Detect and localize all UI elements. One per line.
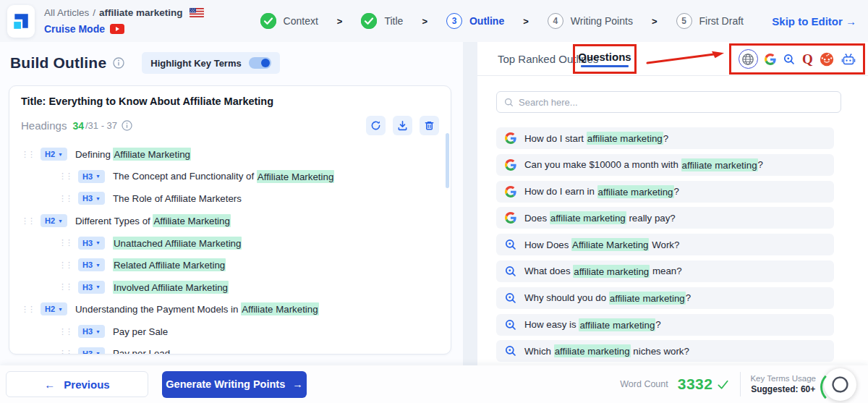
question-row[interactable]: Does affiliate marketing really pay? — [496, 207, 834, 229]
heading-level-dropdown[interactable]: H2▼ — [41, 302, 67, 315]
heading-level-dropdown[interactable]: H3▼ — [78, 347, 105, 355]
key-term-highlight: affiliate marketing — [681, 158, 758, 171]
text-segment: ? — [655, 319, 660, 330]
skip-to-editor-link[interactable]: Skip to Editor → — [772, 15, 856, 27]
heading-level-dropdown[interactable]: H3▼ — [78, 237, 105, 250]
chevron-separator-icon: > — [523, 16, 529, 27]
chevron-separator-icon: > — [422, 16, 427, 27]
key-term-highlight: affiliate marketing — [597, 185, 674, 198]
drag-handle-icon[interactable]: ⋮⋮ — [21, 216, 34, 226]
quora-icon[interactable]: Q — [802, 52, 813, 66]
text-segment: ? — [674, 186, 679, 197]
google-icon — [505, 159, 516, 171]
google-icon — [505, 186, 516, 198]
heading-level-dropdown[interactable]: H3▼ — [78, 192, 105, 205]
info-icon[interactable] — [122, 120, 132, 131]
generate-writing-points-button[interactable]: Generate Writing Points → — [162, 371, 307, 398]
heading-level-label: H2 — [45, 150, 55, 158]
regenerate-outline-button[interactable] — [366, 116, 386, 135]
google-icon[interactable] — [765, 54, 776, 65]
question-row[interactable]: Can you make $10000 a month with affilia… — [496, 154, 834, 176]
web-globe-icon[interactable] — [739, 49, 758, 69]
drag-handle-icon[interactable]: ⋮⋮ — [59, 327, 72, 336]
breadcrumb: All Articles / affiliate marketing Cruis… — [44, 6, 204, 36]
question-row[interactable]: Why should you do affiliate marketing? — [496, 287, 834, 309]
headings-range: /31 - 37 — [85, 120, 117, 131]
download-icon — [397, 120, 408, 131]
drag-handle-icon[interactable]: ⋮⋮ — [21, 305, 34, 314]
youtube-icon[interactable] — [110, 24, 124, 34]
reddit-icon[interactable] — [820, 52, 834, 67]
question-row[interactable]: How easy is affiliate marketing? — [496, 314, 834, 336]
outline-row[interactable]: ⋮⋮H3▼Involved Affiliate Marketing — [21, 276, 439, 299]
highlight-key-terms-toggle[interactable] — [249, 57, 271, 69]
drag-handle-icon[interactable]: ⋮⋮ — [59, 194, 72, 203]
outline-row[interactable]: ⋮⋮H2▼Defining Affiliate Marketing — [21, 143, 439, 166]
question-row[interactable]: How do I earn in affiliate marketing? — [496, 181, 834, 203]
text-segment: Pay per Sale — [113, 326, 168, 337]
question-text: How do I start affiliate marketing? — [524, 133, 668, 144]
app-logo[interactable] — [7, 5, 35, 38]
question-text: Can you make $10000 a month with affilia… — [524, 159, 763, 170]
tab-questions[interactable]: Questions — [578, 51, 631, 63]
drag-handle-icon[interactable]: ⋮⋮ — [59, 282, 72, 292]
active-tab-underline — [581, 65, 629, 68]
outline-heading-text: Pay per Lead — [113, 348, 170, 355]
heading-level-dropdown[interactable]: H3▼ — [78, 325, 105, 338]
outline-row[interactable]: ⋮⋮H3▼Pay per Sale — [21, 321, 439, 343]
heading-level-dropdown[interactable]: H3▼ — [78, 281, 105, 294]
questions-search[interactable] — [496, 91, 841, 113]
delete-outline-button[interactable] — [420, 116, 439, 135]
outline-row[interactable]: ⋮⋮H3▼Unattached Affiliate Marketing — [21, 232, 439, 254]
info-icon[interactable] — [113, 57, 124, 69]
outline-row[interactable]: ⋮⋮H3▼Related Affiliate Marketing — [21, 254, 439, 276]
chevron-separator-icon: > — [652, 16, 658, 27]
download-outline-button[interactable] — [393, 116, 412, 135]
previous-button[interactable]: ← Previous — [6, 371, 148, 397]
quora-q-glyph: Q — [802, 52, 813, 66]
search-zoom-icon[interactable] — [783, 54, 795, 65]
outline-row[interactable]: ⋮⋮H3▼Pay per Lead — [21, 342, 439, 355]
heading-level-dropdown[interactable]: H2▼ — [41, 148, 67, 161]
search-zoom-icon — [505, 319, 516, 331]
outline-row[interactable]: ⋮⋮H2▼Understanding the Payment Models in… — [21, 298, 439, 321]
step-writing-points[interactable]: 4Writing Points — [548, 13, 633, 29]
step-context[interactable]: Context — [260, 13, 318, 29]
step-label: First Draft — [699, 15, 744, 27]
chevron-down-icon: ▼ — [58, 307, 63, 312]
drag-handle-icon[interactable]: ⋮⋮ — [59, 171, 72, 181]
outline-row[interactable]: ⋮⋮H3▼The Role of Affiliate Marketers — [21, 187, 439, 210]
search-input[interactable] — [519, 97, 833, 108]
outline-row[interactable]: ⋮⋮H2▼Different Types of Affiliate Market… — [21, 210, 439, 232]
drag-handle-icon[interactable]: ⋮⋮ — [59, 349, 72, 355]
headings-count: 34 — [72, 120, 84, 132]
drag-handle-icon[interactable]: ⋮⋮ — [21, 150, 34, 159]
ai-bot-icon[interactable] — [841, 53, 856, 66]
chevron-down-icon: ▼ — [95, 240, 101, 245]
article-title: Title: Everything to Know About Affiliat… — [21, 96, 439, 107]
step-title[interactable]: Title — [361, 13, 403, 29]
step-first-draft[interactable]: 5First Draft — [676, 13, 744, 29]
heading-level-label: H3 — [82, 260, 93, 269]
question-row[interactable]: Which affiliate marketing niches work? — [496, 340, 834, 362]
breadcrumb-root[interactable]: All Articles — [44, 6, 89, 20]
drag-handle-icon[interactable]: ⋮⋮ — [59, 260, 72, 270]
question-row[interactable]: What does affiliate marketing mean? — [496, 260, 834, 282]
drag-handle-icon[interactable]: ⋮⋮ — [59, 238, 72, 247]
research-panel: Top Ranked Outlines Questions Q How do I… — [477, 42, 868, 403]
step-outline[interactable]: 3Outline — [446, 13, 504, 29]
text-segment: Why should you do — [524, 292, 609, 303]
outline-row[interactable]: ⋮⋮H3▼The Concept and Functionality of Af… — [21, 166, 439, 188]
step-check-icon — [361, 13, 377, 29]
question-row[interactable]: How do I start affiliate marketing? — [496, 127, 834, 149]
step-label: Title — [384, 15, 403, 27]
cruise-mode-link[interactable]: Cruise Mode — [44, 22, 204, 36]
outline-scrollbar[interactable] — [446, 133, 449, 188]
heading-level-dropdown[interactable]: H3▼ — [78, 170, 105, 183]
chatgpt-assistant-button[interactable] — [824, 368, 856, 401]
search-zoom-icon — [505, 266, 516, 277]
outline-heading-text: Involved Affiliate Marketing — [113, 281, 229, 292]
question-row[interactable]: How Does Affiliate Marketing Work? — [496, 234, 834, 255]
heading-level-dropdown[interactable]: H3▼ — [78, 258, 105, 271]
heading-level-dropdown[interactable]: H2▼ — [41, 214, 67, 227]
